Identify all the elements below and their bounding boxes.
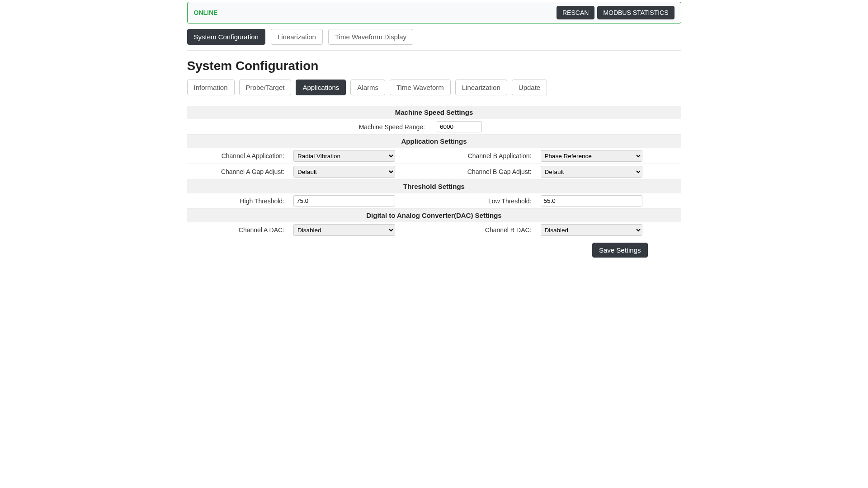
label-channel-a-dac: Channel A DAC:	[187, 222, 291, 238]
tab-linearization[interactable]: Linearization	[271, 29, 323, 45]
save-settings-button[interactable]: Save Settings	[592, 243, 648, 258]
modbus-stats-button[interactable]: MODBUS STATISTICS	[597, 6, 674, 19]
status-label: ONLINE	[194, 9, 218, 16]
select-channel-b-application[interactable]: Phase Reference	[541, 150, 642, 162]
subtab-update[interactable]: Update	[512, 80, 547, 95]
label-channel-b-gap-adjust: Channel B Gap Adjust:	[434, 164, 538, 180]
tab-system-configuration[interactable]: System Configuration	[187, 29, 265, 45]
select-channel-b-dac[interactable]: Disabled	[541, 224, 642, 236]
select-channel-a-dac[interactable]: Disabled	[293, 224, 395, 236]
label-machine-speed-range: Machine Speed Range:	[187, 119, 434, 135]
label-high-threshold: High Threshold:	[187, 193, 291, 209]
sub-tabs: Information Probe/Target Applications Al…	[187, 80, 681, 101]
subtab-information[interactable]: Information	[187, 80, 235, 95]
rescan-button[interactable]: RESCAN	[557, 6, 594, 19]
section-header-threshold: Threshold Settings	[187, 180, 681, 193]
label-channel-b-dac: Channel B DAC:	[434, 222, 538, 238]
subtab-time-waveform[interactable]: Time Waveform	[390, 80, 451, 95]
section-header-dac: Digital to Analog Converter(DAC) Setting…	[187, 209, 681, 222]
select-channel-b-gap-adjust[interactable]: Default	[541, 166, 642, 178]
label-channel-a-gap-adjust: Channel A Gap Adjust:	[187, 164, 291, 180]
label-low-threshold: Low Threshold:	[434, 193, 538, 209]
status-bar: ONLINE RESCAN MODBUS STATISTICS	[187, 2, 681, 23]
label-channel-b-application: Channel B Application:	[434, 148, 538, 164]
select-channel-a-application[interactable]: Radial Vibration	[293, 150, 395, 162]
input-high-threshold[interactable]	[293, 195, 395, 206]
input-machine-speed-range[interactable]	[437, 121, 482, 132]
section-header-application: Application Settings	[187, 135, 681, 148]
section-header-machine-speed: Machine Speed Settings	[187, 106, 681, 119]
subtab-probe-target[interactable]: Probe/Target	[239, 80, 292, 95]
subtab-linearization[interactable]: Linearization	[455, 80, 507, 95]
top-tabs: System Configuration Linearization Time …	[187, 23, 681, 51]
subtab-applications[interactable]: Applications	[296, 80, 346, 95]
tab-time-waveform-display[interactable]: Time Waveform Display	[328, 29, 413, 45]
page-title: System Configuration	[187, 59, 681, 73]
label-channel-a-application: Channel A Application:	[187, 148, 291, 164]
input-low-threshold[interactable]	[541, 195, 642, 206]
settings-table: Machine Speed Settings Machine Speed Ran…	[187, 106, 681, 238]
select-channel-a-gap-adjust[interactable]: Default	[293, 166, 395, 178]
subtab-alarms[interactable]: Alarms	[350, 80, 385, 95]
